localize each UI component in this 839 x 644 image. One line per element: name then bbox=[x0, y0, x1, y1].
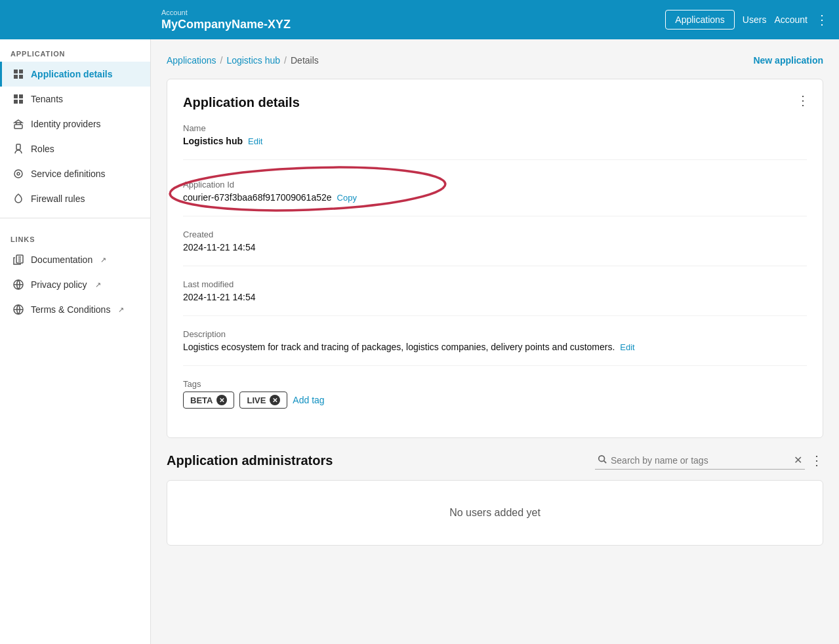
sidebar-label-service-definitions: Service definitions bbox=[31, 169, 106, 179]
description-field: Description Logistics ecosystem for trac… bbox=[183, 329, 807, 352]
sidebar: Akkess Console beta-617 APPLICATION Appl… bbox=[0, 0, 151, 644]
breadcrumb: Applications / Logistics hub / Details N… bbox=[167, 55, 823, 66]
tag-beta-label: BETA bbox=[190, 395, 213, 405]
sidebar-item-tenants[interactable]: Tenants bbox=[0, 87, 150, 111]
external-link-icon2: ↗ bbox=[95, 281, 101, 289]
sidebar-item-privacy-policy[interactable]: Privacy policy ↗ bbox=[0, 272, 150, 297]
tags-field: Tags BETA ✕ LIVE ✕ Add tag bbox=[183, 379, 807, 409]
card-title: Application details bbox=[183, 95, 807, 110]
links-section-title: LINKS bbox=[0, 225, 150, 247]
tag-live-label: LIVE bbox=[247, 395, 266, 405]
search-clear-button[interactable]: ✕ bbox=[794, 454, 802, 466]
app-id-value-row: courier-673f3baa68f917009061a52e Copy bbox=[183, 192, 807, 203]
svg-rect-2 bbox=[14, 75, 18, 79]
sidebar-item-terms-conditions[interactable]: Terms & Conditions ↗ bbox=[0, 297, 150, 322]
top-nav-more-button[interactable]: ⋮ bbox=[815, 12, 829, 28]
svg-rect-7 bbox=[19, 100, 23, 104]
external-link-icon3: ↗ bbox=[118, 306, 124, 314]
last-modified-value: 2024-11-21 14:54 bbox=[183, 292, 807, 302]
description-value-row: Logistics ecosystem for track and tracin… bbox=[183, 342, 807, 352]
users-nav-button[interactable]: Users bbox=[743, 14, 767, 25]
breadcrumb-applications[interactable]: Applications bbox=[167, 55, 216, 66]
add-tag-button[interactable]: Add tag bbox=[293, 395, 324, 405]
sidebar-item-service-definitions[interactable]: Service definitions bbox=[0, 161, 150, 186]
service-definitions-icon bbox=[12, 168, 24, 180]
external-link-icon: ↗ bbox=[100, 256, 106, 264]
svg-point-12 bbox=[14, 170, 22, 178]
top-nav-actions: Applications Users Account ⋮ bbox=[665, 10, 829, 30]
sidebar-label-terms-conditions: Terms & Conditions bbox=[31, 304, 110, 315]
sidebar-label-tenants: Tenants bbox=[31, 94, 63, 104]
no-users-card: No users added yet bbox=[167, 480, 823, 546]
created-label: Created bbox=[183, 230, 807, 239]
company-info: Account MyCompanyName-XYZ bbox=[161, 9, 291, 31]
svg-rect-6 bbox=[14, 100, 18, 104]
search-input[interactable] bbox=[611, 455, 790, 466]
search-icon bbox=[598, 454, 607, 466]
divider4 bbox=[183, 315, 807, 316]
divider1 bbox=[183, 159, 807, 160]
sidebar-label-application-details: Application details bbox=[31, 69, 112, 79]
tag-live-remove[interactable]: ✕ bbox=[270, 395, 280, 405]
admins-menu-button[interactable]: ⋮ bbox=[810, 453, 823, 468]
top-navigation: Account MyCompanyName-XYZ Applications U… bbox=[0, 0, 839, 39]
created-field: Created 2024-11-21 14:54 bbox=[183, 230, 807, 252]
divider5 bbox=[183, 365, 807, 366]
svg-rect-0 bbox=[14, 70, 18, 73]
last-modified-label: Last modified bbox=[183, 279, 807, 289]
divider3 bbox=[183, 266, 807, 266]
main-content: Applications / Logistics hub / Details N… bbox=[151, 39, 839, 644]
svg-line-24 bbox=[604, 461, 607, 464]
svg-point-13 bbox=[17, 172, 20, 175]
admins-search-wrapper: ✕ ⋮ bbox=[595, 451, 823, 470]
svg-rect-3 bbox=[19, 75, 23, 79]
tags-row: BETA ✕ LIVE ✕ Add tag bbox=[183, 392, 807, 409]
name-label: Name bbox=[183, 123, 807, 133]
svg-rect-5 bbox=[19, 94, 23, 98]
divider2 bbox=[183, 216, 807, 216]
company-name: MyCompanyName-XYZ bbox=[161, 18, 291, 31]
sidebar-item-firewall-rules[interactable]: Firewall rules bbox=[0, 186, 150, 211]
breadcrumb-sep2: / bbox=[284, 55, 287, 66]
sidebar-divider bbox=[0, 218, 150, 218]
name-text: Logistics hub bbox=[183, 136, 243, 146]
copy-button[interactable]: Copy bbox=[337, 193, 357, 203]
card-menu-button[interactable]: ⋮ bbox=[796, 92, 809, 108]
account-nav-button[interactable]: Account bbox=[774, 14, 808, 25]
tag-live: LIVE ✕ bbox=[239, 392, 287, 409]
app-id-label: Application Id bbox=[183, 180, 807, 190]
sidebar-item-application-details[interactable]: Application details bbox=[0, 62, 150, 87]
sidebar-item-documentation[interactable]: Documentation ↗ bbox=[0, 247, 150, 272]
description-text: Logistics ecosystem for track and tracin… bbox=[183, 342, 615, 352]
roles-icon bbox=[12, 143, 24, 155]
search-input-wrap: ✕ bbox=[595, 451, 805, 470]
application-details-card: Application details ⋮ Name Logistics hub… bbox=[167, 79, 823, 438]
description-edit-button[interactable]: Edit bbox=[620, 342, 634, 352]
breadcrumb-details: Details bbox=[291, 55, 319, 66]
created-value: 2024-11-21 14:54 bbox=[183, 242, 807, 252]
sidebar-label-privacy-policy: Privacy policy bbox=[31, 279, 87, 290]
svg-rect-11 bbox=[16, 144, 20, 150]
last-modified-field: Last modified 2024-11-21 14:54 bbox=[183, 279, 807, 302]
sidebar-item-roles[interactable]: Roles bbox=[0, 136, 150, 161]
admins-header: Application administrators ✕ ⋮ bbox=[167, 451, 823, 470]
terms-icon bbox=[12, 304, 24, 315]
applications-nav-button[interactable]: Applications bbox=[665, 10, 735, 30]
name-field: Name Logistics hub Edit bbox=[183, 123, 807, 146]
svg-point-23 bbox=[599, 456, 605, 462]
sidebar-item-identity-providers[interactable]: Identity providers bbox=[0, 111, 150, 136]
identity-providers-icon bbox=[12, 118, 24, 130]
name-edit-button[interactable]: Edit bbox=[248, 136, 262, 146]
no-users-text: No users added yet bbox=[449, 507, 541, 518]
new-application-button[interactable]: New application bbox=[753, 55, 823, 66]
admins-title: Application administrators bbox=[167, 453, 333, 468]
account-label: Account bbox=[161, 9, 291, 16]
tag-beta-remove[interactable]: ✕ bbox=[216, 395, 227, 405]
svg-rect-1 bbox=[19, 70, 23, 73]
name-value: Logistics hub Edit bbox=[183, 136, 807, 146]
app-id-text: courier-673f3baa68f917009061a52e bbox=[183, 192, 332, 203]
privacy-policy-icon bbox=[12, 279, 24, 291]
breadcrumb-logistics-hub[interactable]: Logistics hub bbox=[226, 55, 280, 66]
breadcrumb-sep1: / bbox=[220, 55, 223, 66]
tenants-icon bbox=[12, 93, 24, 105]
